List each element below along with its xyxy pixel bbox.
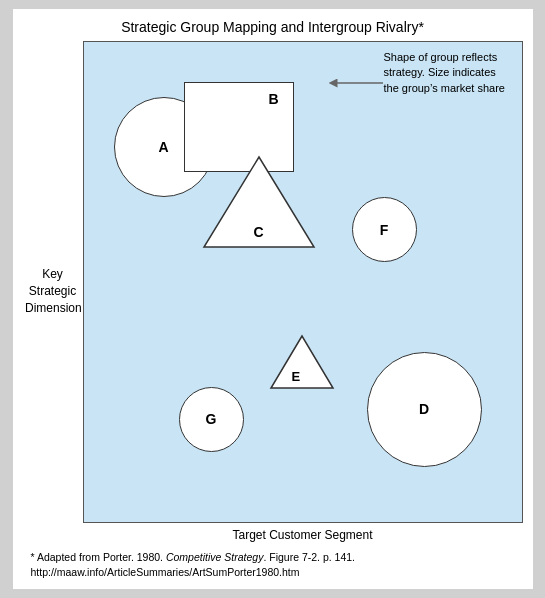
group-b-label: B [268, 91, 278, 107]
chart-area: Key StrategicDimension Shape of group re… [23, 41, 523, 542]
page: Strategic Group Mapping and Intergroup R… [13, 9, 533, 589]
group-e-container: E [267, 332, 337, 392]
footer-italic: Competitive Strategy [166, 551, 263, 563]
annotation-box: Shape of group reflects strategy. Size i… [384, 50, 514, 96]
group-c-label: C [254, 224, 264, 240]
group-e-triangle [267, 332, 337, 392]
footer-text-suffix: . Figure 7-2. p. 141. [263, 551, 355, 563]
svg-marker-3 [271, 336, 333, 388]
group-g-label: G [206, 411, 217, 427]
group-d-label: D [419, 401, 429, 417]
group-e-label: E [292, 369, 301, 384]
annotation-text: Shape of group reflects strategy. Size i… [384, 51, 505, 94]
footer-url: http://maaw.info/ArticleSummaries/ArtSum… [31, 566, 300, 578]
group-a-label: A [158, 139, 168, 155]
group-d: D [367, 352, 482, 467]
group-c-container: C [199, 152, 319, 252]
page-title: Strategic Group Mapping and Intergroup R… [121, 19, 424, 35]
x-axis-label: Target Customer Segment [83, 528, 523, 542]
group-g: G [179, 387, 244, 452]
footer: * Adapted from Porter. 1980. Competitive… [23, 546, 523, 582]
chart-frame: Shape of group reflects strategy. Size i… [83, 41, 523, 523]
footer-text-prefix: * Adapted from Porter. 1980. [31, 551, 166, 563]
annotation-arrow [329, 74, 384, 92]
group-f: F [352, 197, 417, 262]
group-f-label: F [380, 222, 389, 238]
y-axis-label: Key StrategicDimension [25, 266, 80, 316]
y-label-container: Key StrategicDimension [23, 41, 83, 542]
